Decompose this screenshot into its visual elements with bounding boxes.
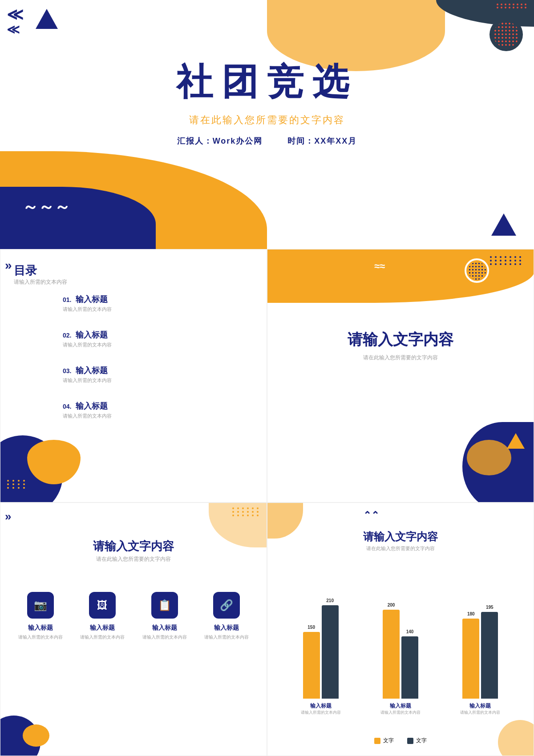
s3-triangle — [507, 433, 525, 449]
s4-icon-3: 📋 输入标题 请输入所需的文本内容 — [138, 592, 191, 640]
s4-icon-4: 🔗 输入标题 请输入所需的文本内容 — [200, 592, 253, 640]
s4-icon-box-2: 🖼 — [89, 592, 116, 619]
s2-item-4: 04. 输入标题 请输入所需的文本内容 — [63, 401, 258, 419]
dots-deco-tr — [497, 4, 527, 8]
s5-title: 请输入文字内容 — [267, 530, 534, 544]
slide1-subtitle: 请在此输入您所需要的文字内容 — [0, 113, 534, 127]
slide-3: ≈≈ 请输入文字内容 请在此输入您所需要的文字内容 — [267, 249, 534, 503]
slide-2: » 目录 请输入所需的文本内容 01. 输入标题 请输入所需的文本内容 02. … — [0, 249, 267, 503]
s5-bars-3: 180 195 — [462, 612, 498, 699]
wave-deco: ～～～ — [22, 196, 70, 218]
s5-group-1-label: 输入标题 — [310, 702, 332, 710]
s4-icon-1: 📷 输入标题 请输入所需的文本内容 — [14, 592, 67, 640]
s5-group-3-sub: 请输入所需的文本内容 — [460, 710, 500, 716]
triangle-deco — [36, 9, 58, 29]
s2-dots — [7, 480, 27, 489]
s3-wave-icon: ≈≈ — [374, 261, 385, 272]
arrow-deco-br — [491, 213, 516, 236]
s5-legend-dot-orange — [374, 738, 380, 744]
s2-subtitle-text: 请输入所需的文本内容 — [14, 278, 67, 286]
s5-group-3-label: 输入标题 — [469, 702, 491, 710]
s5-bar-3b — [481, 612, 498, 699]
s3-subtitle: 请在此输入您所需要的文字内容 — [267, 354, 534, 362]
s4-icon-box-1: 📷 — [27, 592, 54, 619]
s3-circle-deco — [465, 258, 489, 283]
circle-deco-tr — [490, 18, 523, 51]
slides-row-3: » 请输入文字内容 请在此输入您所需要的文字内容 📷 输入标题 请输入所需的文本… — [0, 503, 534, 756]
s5-legend: 文字 文字 — [267, 737, 534, 744]
slide-1: ≪ ≪ ～～～ 社团竞选 请在此输入您所需要的文字内容 汇报人： — [0, 0, 534, 249]
s5-arrow-up: ⌃⌃ — [363, 510, 379, 521]
s5-bars-2: 200 140 — [383, 610, 418, 699]
s5-bars-1: 150 210 — [303, 605, 339, 699]
s5-group-2-sub: 请输入所需的文本内容 — [380, 710, 421, 716]
s2-item-2: 02. 输入标题 请输入所需的文本内容 — [63, 330, 258, 348]
s5-group-1-sub: 请输入所需的文本内容 — [301, 710, 341, 716]
s4-icon-box-3: 📋 — [151, 592, 178, 619]
s5-bar-2b — [401, 636, 418, 699]
s5-bar-1b — [322, 605, 339, 699]
s2-zigzag: » — [5, 258, 12, 273]
slides-row-2: » 目录 请输入所需的文本内容 01. 输入标题 请输入所需的文本内容 02. … — [0, 249, 534, 503]
slide-5: ⌃⌃ 请输入文字内容 请在此输入您所需要的文字内容 150 210 输入标题 — [267, 503, 534, 756]
s4-zigzag: » — [5, 510, 11, 523]
s5-legend-orange: 文字 — [374, 737, 394, 744]
s5-bar-group-3: 180 195 输入标题 请输入所需的文本内容 — [460, 612, 500, 716]
s5-bar-group-1: 150 210 输入标题 请输入所需的文本内容 — [301, 605, 341, 716]
s3-title: 请输入文字内容 — [267, 330, 534, 350]
s5-legend-dark: 文字 — [407, 737, 427, 744]
s3-orange-bottom — [467, 440, 511, 475]
s2-item-1: 01. 输入标题 请输入所需的文本内容 — [63, 294, 258, 313]
deco-top-left: ≪ ≪ — [7, 7, 24, 36]
s5-bar-group-2: 200 140 输入标题 请输入所需的文本内容 — [380, 610, 421, 716]
slide-4: » 请输入文字内容 请在此输入您所需要的文字内容 📷 输入标题 请输入所需的文本… — [0, 503, 267, 756]
s5-subtitle: 请在此输入您所需要的文字内容 — [267, 545, 534, 552]
s2-title: 目录 — [14, 263, 37, 278]
s5-bar-3a — [462, 619, 479, 699]
s4-icon-box-4: 🔗 — [213, 592, 240, 619]
s2-item-3: 03. 输入标题 请输入所需的文本内容 — [63, 365, 258, 384]
s5-legend-dot-dark — [407, 738, 413, 744]
slide1-title: 社团竞选 — [0, 58, 534, 107]
s4-title: 请输入文字内容 — [0, 539, 267, 554]
s4-subtitle: 请在此输入您所需要的文字内容 — [0, 555, 267, 563]
s4-orange-blob — [23, 724, 49, 747]
s2-items-list: 01. 输入标题 请输入所需的文本内容 02. 输入标题 请输入所需的文本内容 … — [63, 294, 258, 436]
s4-icon-2: 🖼 输入标题 请输入所需的文本内容 — [76, 592, 129, 640]
s5-chart-area: 150 210 输入标题 请输入所需的文本内容 200 — [281, 565, 520, 716]
s4-dots-tr — [232, 507, 260, 516]
s3-dots-tr — [490, 256, 522, 265]
s5-bar-2a — [383, 610, 400, 699]
slide1-info: 汇报人：Work办公网 时间：XX年XX月 — [0, 136, 534, 146]
s5-group-2-label: 输入标题 — [390, 702, 411, 710]
s5-bar-1a — [303, 632, 320, 699]
s4-icons-row: 📷 输入标题 请输入所需的文本内容 🖼 输入标题 请输入所需的文本内容 📋 输入… — [0, 592, 267, 640]
